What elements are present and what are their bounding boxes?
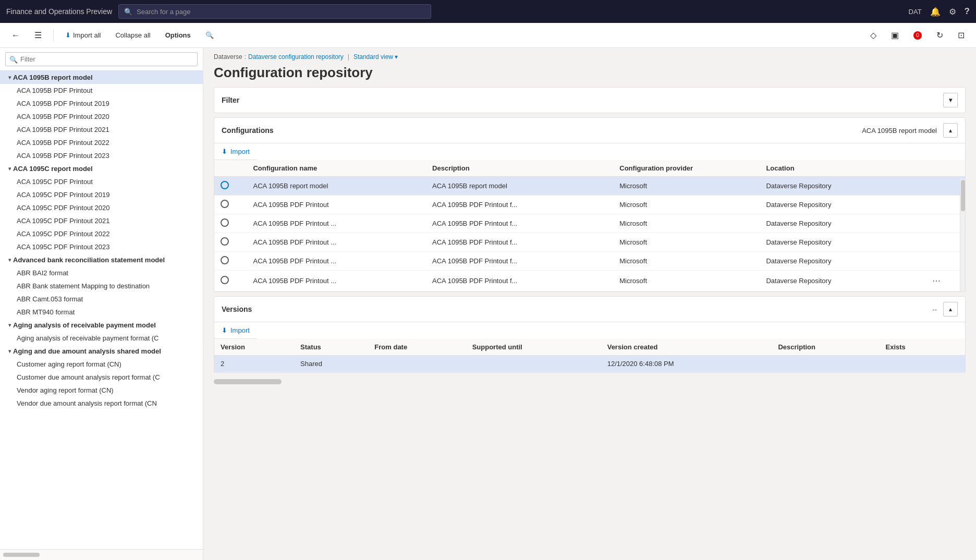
versions-panel-collapse-btn[interactable]: ▴ [943,302,958,316]
options-button[interactable]: Options [160,28,196,42]
tree-item-aca1095c-pdf[interactable]: ACA 1095C PDF Printout [0,175,203,188]
toolbar-refresh-icon[interactable]: ↻ [931,27,948,43]
table-row[interactable]: 2 Shared 12/1/2020 6:48:08 PM [214,356,965,372]
table-row[interactable]: ACA 1095B PDF Printout ACA 1095B PDF Pri… [214,196,965,214]
env-label: DAT [909,8,922,16]
col-config-name[interactable]: Configuration name [247,160,426,177]
tree-item-abr-camt[interactable]: ABR Camt.053 format [0,293,203,306]
sidebar-filter-input[interactable] [5,52,198,66]
tree-item-vendor-aging[interactable]: Vendor aging report format (CN) [0,384,203,397]
tree-item-aca1095c-pdf2020[interactable]: ACA 1095C PDF Printout 2020 [0,201,203,214]
sidebar-scroll-thumb[interactable] [3,553,40,557]
toolbar-diamond-icon[interactable]: ◇ [865,27,882,43]
tree-item-cust-due[interactable]: Customer due amount analysis report form… [0,371,198,384]
provider-cell: Microsoft [613,177,760,196]
tree-group-aca1095c[interactable]: ▾ ACA 1095C report model [0,162,203,175]
global-search[interactable]: 🔍 Search for a page [118,4,431,19]
tree-item-cust-aging[interactable]: Customer aging report format (CN) [0,358,203,371]
toolbar-fullscreen-icon[interactable]: ⊡ [953,27,970,43]
radio-cell[interactable] [214,252,247,271]
col-version-created[interactable]: Version created [601,339,772,356]
col-status[interactable]: Status [294,339,368,356]
provider-cell: Microsoft [613,196,760,214]
col-location[interactable]: Location [760,160,922,177]
settings-icon[interactable]: ⚙ [949,7,956,17]
radio-button[interactable] [221,256,229,264]
radio-cell[interactable] [214,177,247,196]
versions-panel-header[interactable]: Versions -- ▴ [214,297,965,322]
tree-item-vendor-due[interactable]: Vendor due amount analysis report format… [0,397,198,410]
tree-item-aca1095b-pdf2023[interactable]: ACA 1095B PDF Printout 2023 [0,149,203,162]
tree-item-aca1095c-pdf2022[interactable]: ACA 1095C PDF Printout 2022 [0,227,203,240]
import-label: Import [230,326,250,334]
radio-cell[interactable] [214,196,247,214]
tree-group-aging-recv[interactable]: ▾ Aging analysis of receivable payment m… [0,319,203,332]
breadcrumb-view[interactable]: Standard view ▾ [353,53,398,60]
config-panel-collapse-btn[interactable]: ▴ [943,123,958,138]
col-version[interactable]: Version [214,339,294,356]
radio-cell[interactable] [214,233,247,252]
provider-cell: Microsoft [613,271,760,291]
tree-item-label: Aging analysis of receivable payment mod… [13,321,156,329]
tree-item-abr-bai2[interactable]: ABR BAI2 format [0,266,203,279]
radio-button[interactable] [221,218,229,227]
tree-item-aca1095c-pdf2021[interactable]: ACA 1095C PDF Printout 2021 [0,214,203,227]
radio-button[interactable] [221,181,229,189]
tree-item-abr-mt940[interactable]: ABR MT940 format [0,306,203,319]
tree-item-abr-bank[interactable]: ABR Bank statement Mapping to destinatio… [0,279,203,293]
col-supported-until[interactable]: Supported until [466,339,601,356]
tree-item-aca1095b-pdf2021[interactable]: ACA 1095B PDF Printout 2021 [0,123,203,136]
col-ver-actions [949,339,965,356]
tree-item-aging-recv-fmt[interactable]: Aging analysis of receivable payment for… [0,332,198,345]
radio-button[interactable] [221,276,229,284]
col-description[interactable]: Description [426,160,613,177]
row-actions-button[interactable]: ⋯ [929,275,944,287]
actions-cell[interactable]: ⋯ [923,271,965,291]
radio-button[interactable] [221,237,229,246]
help-icon[interactable]: ? [965,6,970,17]
table-row[interactable]: ACA 1095B PDF Printout ... ACA 1095B PDF… [214,271,965,291]
toolbar-badge-icon[interactable]: 0 [908,28,927,43]
col-from-date[interactable]: From date [368,339,466,356]
table-scrollbar-thumb[interactable] [961,180,965,211]
import-all-button[interactable]: ⬇ Import all [60,28,106,42]
table-row[interactable]: ACA 1095B report model ACA 1095B report … [214,177,965,196]
location-cell: Dataverse Repository [760,233,922,252]
filter-panel-header[interactable]: Filter ▾ [214,88,965,113]
tree-item-aca1095b-pdf2019[interactable]: ACA 1095B PDF Printout 2019 [0,97,203,110]
table-row[interactable]: ACA 1095B PDF Printout ... ACA 1095B PDF… [214,233,965,252]
config-panel-header[interactable]: Configurations ACA 1095B report model ▴ [214,118,965,143]
versions-import-button[interactable]: ⬇ Import [214,322,257,339]
table-scrollbar-track[interactable] [960,179,965,291]
table-row[interactable]: ACA 1095B PDF Printout ... ACA 1095B PDF… [214,214,965,233]
toolbar-search-button[interactable]: 🔍 [200,28,219,42]
notification-icon[interactable]: 🔔 [930,7,941,17]
col-exists[interactable]: Exists [880,339,949,356]
tree-item-aca1095c-pdf2023[interactable]: ACA 1095C PDF Printout 2023 [0,240,203,253]
tree-item-aca1095b-pdf2022[interactable]: ACA 1095B PDF Printout 2022 [0,136,203,149]
tree-group-aging-due[interactable]: ▾ Aging and due amount analysis shared m… [0,345,203,358]
radio-button[interactable] [221,200,229,208]
tree-item-aca1095c-pdf2019[interactable]: ACA 1095C PDF Printout 2019 [0,188,203,201]
radio-cell[interactable] [214,271,247,291]
tree-item-aca1095b-pdf[interactable]: ACA 1095B PDF Printout [0,84,203,97]
col-ver-description[interactable]: Description [772,339,879,356]
version-cell: 2 [214,356,294,372]
menu-button[interactable]: ☰ [29,27,47,43]
config-import-button[interactable]: ⬇ Import [214,143,257,160]
back-button[interactable]: ← [6,28,25,43]
breadcrumb-link[interactable]: Dataverse configuration repository [248,53,344,60]
filter-panel-collapse-btn[interactable]: ▾ [943,93,958,107]
collapse-all-label: Collapse all [115,31,150,39]
tree-item-aca1095b-pdf2020[interactable]: ACA 1095B PDF Printout 2020 [0,110,203,123]
location-cell: Dataverse Repository [760,252,922,271]
col-provider[interactable]: Configuration provider [613,160,760,177]
toolbar-layout-icon[interactable]: ▣ [886,27,904,43]
tree-group-abr[interactable]: ▾ Advanced bank reconciliation statement… [0,253,203,266]
content-area: Dataverse : Dataverse configuration repo… [203,48,976,560]
collapse-all-button[interactable]: Collapse all [110,28,155,42]
bottom-scrollbar[interactable] [214,379,282,384]
radio-cell[interactable] [214,214,247,233]
table-row[interactable]: ACA 1095B PDF Printout ... ACA 1095B PDF… [214,252,965,271]
tree-group-aca1095b[interactable]: ▾ ACA 1095B report model [0,71,203,84]
